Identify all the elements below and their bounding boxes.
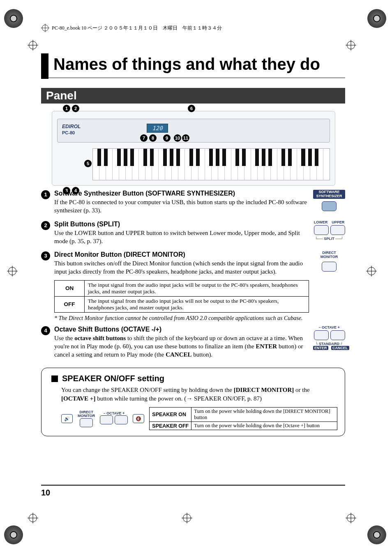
icon-label: SYNTHESIZER bbox=[314, 194, 344, 198]
item-text: This button switches on/off the Direct M… bbox=[54, 259, 308, 276]
crop-mark-icon bbox=[367, 267, 384, 275]
crop-mark-icon bbox=[347, 514, 363, 522]
page-number: 10 bbox=[41, 485, 345, 497]
print-mark-icon bbox=[4, 9, 25, 30]
divider bbox=[41, 78, 345, 78]
table-row: SPEAKER ON Turn on the power while holdi… bbox=[150, 408, 337, 422]
item-title: Split Buttons (SPLIT) bbox=[54, 221, 308, 228]
split-buttons-icon: LOWER UPPER └── SPLIT ──┘ bbox=[313, 221, 345, 242]
crop-mark-icon bbox=[8, 267, 25, 275]
crop-mark-icon bbox=[42, 25, 48, 31]
print-mark-icon bbox=[367, 525, 388, 546]
table-header: ON bbox=[55, 280, 85, 296]
direct-monitor-button-icon: DIRECT MONITOR bbox=[313, 251, 345, 274]
table-header: SPEAKER ON bbox=[150, 408, 191, 422]
callout-1: 1 bbox=[63, 105, 70, 112]
item-number: 4 bbox=[41, 326, 50, 335]
piano-keys bbox=[92, 148, 330, 180]
table-cell: The input signal from the audio input ja… bbox=[85, 296, 309, 312]
table-row: OFF The input signal from the audio inpu… bbox=[55, 296, 309, 312]
print-mark-icon bbox=[367, 9, 388, 30]
icon-label: LOWER bbox=[314, 220, 328, 224]
page: PC-80_e.book 10 ページ ２００５年１１月１０日 木曜日 午前１１… bbox=[0, 0, 392, 555]
octave-shift-buttons-icon: − OCTAVE + └ STANDARD ┘ ENTER CANCEL bbox=[313, 326, 345, 351]
software-synth-button-icon: SOFTWARE SYNTHESIZER bbox=[313, 190, 345, 213]
square-bullet-icon bbox=[51, 375, 58, 382]
speaker-off-icon: 🔇 bbox=[133, 414, 144, 423]
table-cell: Turn on the power while holding down the… bbox=[191, 422, 337, 430]
item-number: 2 bbox=[41, 221, 50, 230]
keyboard-figure: EDIROL PC-80 120 1 2 3 4 5 6 7 bbox=[52, 111, 335, 186]
table-cell: Turn on the power while holding down the… bbox=[191, 408, 337, 422]
brand-label: EDIROL bbox=[62, 124, 81, 129]
icon-label: MONITOR bbox=[313, 255, 345, 259]
item-title: Octave Shift Buttons (OCTAVE -/+) bbox=[54, 326, 308, 333]
icon-label: − OCTAVE + bbox=[313, 326, 345, 330]
item-text: If the PC-80 is connected to your comput… bbox=[54, 198, 308, 215]
speaker-table: SPEAKER ON Turn on the power while holdi… bbox=[149, 407, 337, 430]
callout-8: 8 bbox=[149, 134, 157, 142]
icon-label: STANDARD bbox=[319, 342, 339, 346]
callout-7: 7 bbox=[140, 134, 148, 142]
item-text: Use the LOWER button and UPPER button to… bbox=[54, 229, 308, 246]
direct-monitor-table: ON The input signal from the audio input… bbox=[54, 280, 309, 313]
crop-mark-icon bbox=[183, 514, 199, 522]
item-title: Software Synthesizer Button (SOFTWARE SY… bbox=[54, 190, 308, 197]
section-heading-panel: Panel bbox=[41, 88, 345, 104]
item-1: 1 Software Synthesizer Button (SOFTWARE … bbox=[41, 190, 345, 216]
table-cell: The input signal from the audio input ja… bbox=[85, 280, 309, 296]
speaker-title: SPEAKER ON/OFF setting bbox=[62, 374, 164, 383]
item-number: 1 bbox=[41, 190, 50, 199]
icon-label: SPLIT bbox=[324, 237, 334, 241]
table-header: OFF bbox=[55, 296, 85, 312]
speaker-on-icon: 🔊 bbox=[61, 414, 73, 423]
callout-2: 2 bbox=[72, 105, 79, 112]
speaker-setting-box: SPEAKER ON/OFF setting You can change th… bbox=[41, 368, 345, 436]
table-header: SPEAKER OFF bbox=[150, 422, 191, 430]
callout-5: 5 bbox=[84, 160, 92, 167]
callout-10: 10 bbox=[174, 134, 181, 142]
icon-label: ENTER bbox=[313, 346, 328, 350]
item-title: Direct Monitor Button (DIRECT MONITOR) bbox=[54, 251, 308, 258]
page-title: Names of things and what they do bbox=[53, 53, 345, 74]
footnote: * The Direct Monitor function cannot be … bbox=[54, 315, 345, 322]
item-2: 2 Split Buttons (SPLIT) Use the LOWER bu… bbox=[41, 221, 345, 247]
callout-11: 11 bbox=[182, 134, 189, 142]
octave-mini-icon: − OCTAVE + bbox=[100, 412, 128, 426]
lcd-display: 120 bbox=[147, 124, 168, 133]
callout-6: 6 bbox=[188, 105, 195, 112]
table-row: SPEAKER OFF Turn on the power while hold… bbox=[150, 422, 337, 430]
item-4: 4 Octave Shift Buttons (OCTAVE -/+) Use … bbox=[41, 326, 345, 361]
running-header: PC-80_e.book 10 ページ ２００５年１１月１０日 木曜日 午前１１… bbox=[41, 24, 222, 32]
crop-mark-icon bbox=[29, 514, 45, 522]
icon-label: CANCEL bbox=[331, 346, 349, 350]
table-row: ON The input signal from the audio input… bbox=[55, 280, 309, 296]
keyboard-panel bbox=[57, 119, 330, 143]
item-text: Use the octave shift buttons to shift th… bbox=[54, 334, 308, 359]
model-label: PC-80 bbox=[62, 130, 75, 135]
direct-monitor-mini-icon: DIRECTMONITOR bbox=[78, 410, 95, 427]
chapter-tab bbox=[41, 53, 48, 79]
speaker-text: You can change the SPEAKER ON/OFF settin… bbox=[61, 386, 337, 403]
crop-mark-icon bbox=[29, 41, 45, 49]
print-mark-icon bbox=[4, 525, 25, 546]
icon-label: UPPER bbox=[332, 220, 344, 224]
content: Names of things and what they do Panel E… bbox=[41, 53, 345, 436]
speaker-controls-row: 🔊 DIRECTMONITOR − OCTAVE + 🔇 SPEAKER ON bbox=[61, 407, 337, 430]
callout-9: 9 bbox=[163, 134, 171, 142]
crop-mark-icon bbox=[347, 41, 363, 49]
header-text: PC-80_e.book 10 ページ ２００５年１１月１０日 木曜日 午前１１… bbox=[52, 25, 222, 32]
item-number: 3 bbox=[41, 251, 50, 260]
item-3: 3 Direct Monitor Button (DIRECT MONITOR)… bbox=[41, 251, 345, 278]
